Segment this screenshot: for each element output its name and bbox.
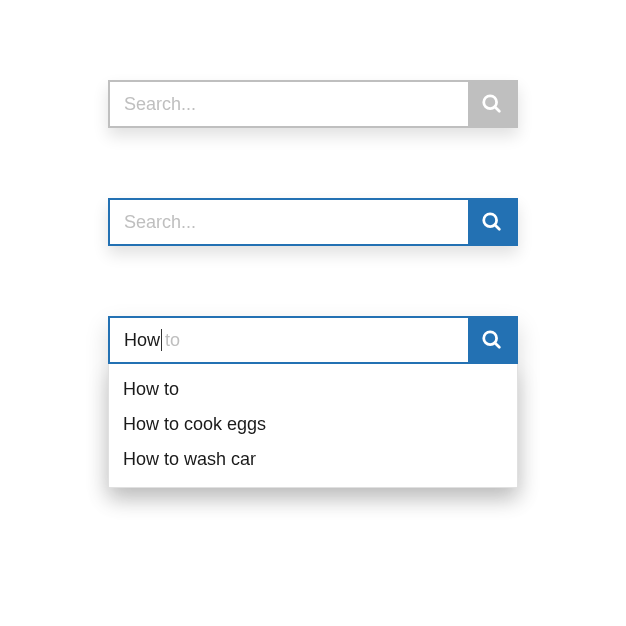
autocomplete-suggestion[interactable]: How to cook eggs [109,407,517,442]
text-cursor [161,329,162,351]
search-bar-gray [108,80,518,128]
svg-line-5 [495,343,500,348]
search-bar-autocomplete: Howto [108,316,518,364]
search-bar-blue-wrapper [108,198,518,246]
search-button-blue[interactable] [468,200,516,244]
search-icon [481,93,503,115]
search-input-autocomplete[interactable]: Howto [110,318,468,362]
search-button-autocomplete[interactable] [468,318,516,362]
search-input-gray[interactable] [110,82,468,126]
search-icon [481,211,503,233]
autocomplete-dropdown: How to How to cook eggs How to wash car [108,364,518,488]
autocomplete-suggestion[interactable]: How to wash car [109,442,517,477]
search-bar-blue [108,198,518,246]
svg-line-1 [495,107,500,112]
search-icon [481,329,503,351]
svg-line-3 [495,225,500,230]
search-bar-gray-wrapper [108,80,518,128]
search-hint-text: to [165,330,180,351]
search-button-gray[interactable] [468,82,516,126]
search-bar-autocomplete-wrapper: Howto How to How to cook eggs How to was… [108,316,518,488]
search-input-blue[interactable] [110,200,468,244]
search-autocomplete-container: Howto How to How to cook eggs How to was… [108,316,518,488]
autocomplete-suggestion[interactable]: How to [109,372,517,407]
search-typed-text: How [124,330,160,351]
